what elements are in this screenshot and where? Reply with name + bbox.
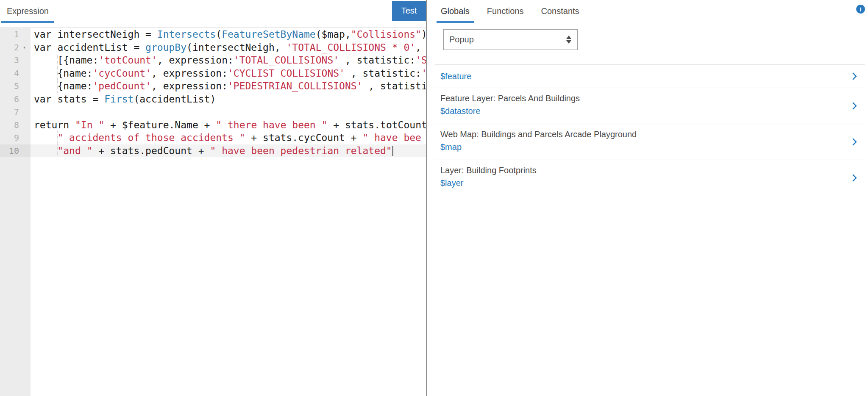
- code-line[interactable]: 5 {name:'pedCount', expression:'PEDESTRI…: [0, 80, 426, 93]
- reference-tabbar: Globals Functions Constants: [427, 0, 868, 23]
- test-button[interactable]: Test: [392, 1, 426, 21]
- code-line[interactable]: 9 " accidents of those accidents " + sta…: [0, 131, 426, 144]
- profile-select[interactable]: Popup: [443, 29, 578, 50]
- tab-constants[interactable]: Constants: [537, 0, 584, 23]
- line-number: 6: [0, 93, 31, 106]
- code-line[interactable]: 2▾var accidentList = groupBy(intersectNe…: [0, 41, 426, 54]
- code-line[interactable]: 7: [0, 105, 426, 119]
- global-item-link[interactable]: $map: [440, 142, 843, 152]
- line-number: 9: [0, 131, 31, 144]
- expression-tabbar: Expression Test: [0, 0, 426, 23]
- code-line[interactable]: 4 {name:'cycCount', expression:'CYCLIST_…: [0, 67, 426, 80]
- tab-globals[interactable]: Globals: [437, 0, 474, 23]
- global-item-datastore[interactable]: Feature Layer: Parcels And Buildings$dat…: [427, 88, 868, 124]
- chevron-right-icon: [852, 102, 857, 110]
- indent-guide: [57, 144, 58, 158]
- line-number: 5: [0, 80, 31, 93]
- line-number: 1: [0, 28, 31, 41]
- code-line[interactable]: 1var intersectNeigh = Intersects(Feature…: [0, 28, 426, 41]
- globals-list: $featureFeature Layer: Parcels And Build…: [427, 64, 868, 196]
- global-item-feature[interactable]: $feature: [427, 65, 868, 88]
- code-lines: 1var intersectNeigh = Intersects(Feature…: [0, 28, 426, 157]
- select-spinner-icon: [566, 36, 571, 44]
- fold-arrow-icon[interactable]: ▾: [23, 41, 26, 54]
- text-cursor: [392, 146, 393, 156]
- code-text: var intersectNeigh = Intersects(FeatureS…: [31, 28, 426, 41]
- code-line[interactable]: 8return "In " + $feature.Name + " there …: [0, 119, 426, 132]
- global-item-title: Feature Layer: Parcels And Buildings: [440, 94, 843, 103]
- global-item-link[interactable]: $feature: [440, 72, 471, 81]
- global-item-map[interactable]: Web Map: Buildings and Parcels Arcade Pl…: [427, 124, 868, 160]
- code-text: " accidents of those accidents " + stats…: [31, 131, 426, 144]
- code-line[interactable]: 6var stats = First(accidentList): [0, 93, 426, 106]
- line-number: 3: [0, 54, 31, 67]
- code-line[interactable]: 3 [{name:'totCount', expression:'TOTAL_C…: [0, 54, 426, 67]
- code-text: return "In " + $feature.Name + " there h…: [31, 119, 426, 132]
- code-text: [31, 105, 426, 119]
- indent-guide: [57, 80, 58, 93]
- code-editor[interactable]: 1var intersectNeigh = Intersects(Feature…: [0, 28, 426, 396]
- global-item-title: Web Map: Buildings and Parcels Arcade Pl…: [440, 130, 843, 139]
- tab-expression[interactable]: Expression: [1, 0, 54, 23]
- chevron-right-icon: [852, 72, 857, 80]
- indent-guide: [57, 67, 58, 80]
- code-text: var stats = First(accidentList): [31, 93, 426, 106]
- global-item-title: Layer: Building Footprints: [440, 166, 843, 175]
- code-text: var accidentList = groupBy(intersectNeig…: [31, 41, 426, 54]
- code-line[interactable]: 10 "and " + stats.pedCount + " have been…: [0, 144, 426, 158]
- global-item-link[interactable]: $datastore: [440, 106, 843, 116]
- code-text: [{name:'totCount', expression:'TOTAL_COL…: [31, 54, 426, 67]
- tab-functions[interactable]: Functions: [483, 0, 528, 23]
- info-icon[interactable]: i: [856, 5, 865, 14]
- chevron-right-icon: [852, 174, 857, 182]
- arcade-editor-app: Expression Test 1var intersectNeigh = In…: [0, 0, 868, 396]
- code-text: {name:'pedCount', expression:'PEDESTRIAN…: [31, 80, 426, 93]
- reference-panel: Globals Functions Constants i Popup $fea…: [427, 0, 868, 396]
- global-item-layer[interactable]: Layer: Building Footprints$layer: [427, 160, 868, 196]
- line-number: 7: [0, 105, 31, 119]
- profile-select-value: Popup: [449, 35, 566, 44]
- global-item-link[interactable]: $layer: [440, 178, 843, 188]
- line-number: 10: [0, 144, 31, 158]
- line-number: 8: [0, 119, 31, 132]
- indent-guide: [57, 54, 58, 67]
- expression-panel: Expression Test 1var intersectNeigh = In…: [0, 0, 426, 396]
- code-text: {name:'cycCount', expression:'CYCLIST_CO…: [31, 67, 426, 80]
- indent-guide: [57, 131, 58, 144]
- line-number: 4: [0, 67, 31, 80]
- chevron-right-icon: [852, 138, 857, 146]
- code-text: "and " + stats.pedCount + " have been pe…: [31, 144, 426, 158]
